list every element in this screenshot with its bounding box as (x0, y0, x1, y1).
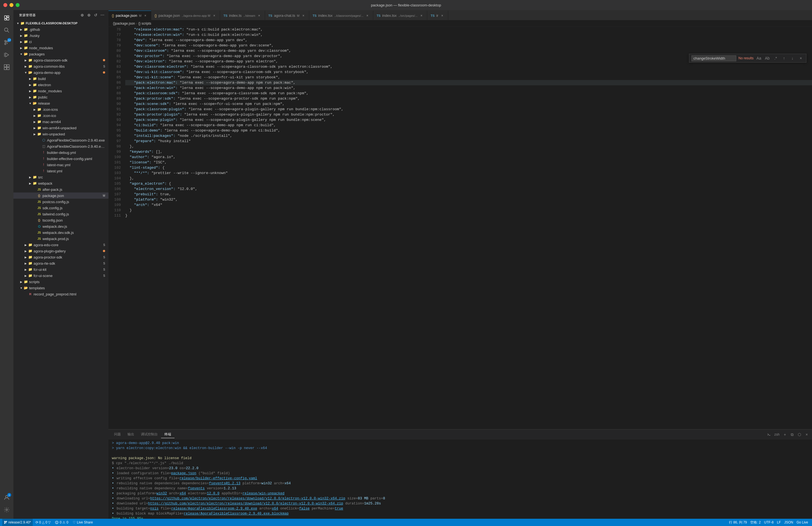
run-activity-icon[interactable] (1, 49, 12, 60)
tab-package-json-agora[interactable]: {} package.json ../agora-demo-app M × (151, 11, 220, 20)
new-file-btn[interactable]: ⊕ (79, 12, 85, 18)
prev-match-btn[interactable]: ↑ (781, 55, 787, 61)
tree-item-webpack-dev-sdk[interactable]: ▶ JS webpack.dev.sdk.js (13, 229, 108, 236)
sync-status[interactable]: ⟳ 0 △ 0 ▽ (34, 519, 53, 526)
tree-item-scripts[interactable]: ▶ 📁 scripts (13, 279, 108, 285)
tree-item-ci[interactable]: ▶ 📁 ci (13, 39, 108, 45)
tree-item-packages[interactable]: ▼ 📂 packages (13, 51, 108, 57)
terminal-tab-output[interactable]: 输出 (124, 431, 137, 438)
more-actions-btn[interactable]: ⋯ (100, 12, 105, 18)
source-control-activity-icon[interactable]: 12 (1, 37, 12, 48)
tree-item-record-page[interactable]: ▶ H record_page_preprod.html (13, 291, 108, 297)
minimize-button[interactable] (10, 3, 13, 7)
tab-index-tsx-src[interactable]: TS index.tsx ../src/pages/... × (373, 11, 427, 20)
encoding-status[interactable]: UTF-8 (763, 521, 775, 524)
line-ending-status[interactable]: LF (775, 521, 783, 524)
tab-close-btn[interactable]: × (143, 13, 148, 18)
code-content[interactable]: "release:electron:mac": "run-s ci:build … (123, 27, 812, 429)
tree-item-package-json[interactable]: ▶ {} package.json M (13, 193, 108, 199)
tree-item-webpack[interactable]: ▶ 📁 webpack (13, 180, 108, 186)
go-live-status[interactable]: Go Live (795, 521, 810, 524)
next-match-btn[interactable]: ↓ (789, 55, 796, 61)
match-case-btn[interactable]: Aa (756, 55, 762, 61)
tree-item-agora-demo-app[interactable]: ▼ 📂 agora-demo-app (13, 69, 108, 75)
tree-item-tailwind[interactable]: ▶ JS tailwind.config.js (13, 211, 108, 217)
tree-item-husky[interactable]: ▶ 📁 .husky (13, 32, 108, 39)
close-terminal-btn[interactable]: × (803, 431, 810, 438)
tree-item-builder-debug[interactable]: ▶ ! builder-debug.yml (13, 150, 108, 156)
tree-item-win-unpacked[interactable]: ▶ 📁 win-unpacked (13, 131, 108, 137)
tree-item-fcr-ui-kit[interactable]: ▶ 📁 fcr-ui-kit S (13, 266, 108, 272)
tree-item-agora-proctor-sdk[interactable]: ▶ 📁 agora-proctor-sdk S (13, 254, 108, 260)
tree-item-icon-icns[interactable]: ▶ 📁 .icon-icns (13, 106, 108, 113)
new-folder-btn[interactable]: ⊕ (86, 12, 92, 18)
tab-close-btn[interactable]: × (440, 13, 445, 18)
tree-item-agora-classroom-sdk[interactable]: ▶ 📁 agora-classroom-sdk (13, 57, 108, 63)
tree-item-src[interactable]: ▶ 📁 src (13, 174, 108, 180)
branch-status[interactable]: release/2.9.40* (2, 519, 33, 526)
tree-item-release[interactable]: ▼ 📂 release (13, 100, 108, 106)
search-activity-icon[interactable] (1, 25, 12, 36)
tree-item-github[interactable]: ▶ 📁 .github (13, 26, 108, 32)
terminal-content[interactable]: > agora-demo-app@2.9.40 pack:win > yarn … (108, 440, 812, 519)
tree-item-builder-effective[interactable]: ▶ ! builder-effective-config.yaml (13, 156, 108, 162)
tree-item-after-pack[interactable]: ▶ JS after-pack.js (13, 186, 108, 193)
split-terminal-btn[interactable]: ⧉ (789, 431, 795, 438)
terminal-tab-problems[interactable]: 问题 (111, 431, 124, 438)
tree-root[interactable]: ▼ 📁 FLEXIBLE-CLASSROOM-DESKTOP (13, 20, 108, 26)
tree-item-agora-plugin-gallery[interactable]: ▶ 📁 agora-plugin-gallery (13, 248, 108, 254)
tree-item-win-arm64-unpacked[interactable]: ▶ 📁 win-arm64-unpacked (13, 125, 108, 131)
spaces-status[interactable]: 空格: 2 (749, 520, 762, 525)
tree-item-latest[interactable]: ▶ ! latest.yml (13, 168, 108, 174)
terminal-tab-terminal[interactable]: 终端 (161, 431, 174, 438)
tree-item-sdk-config[interactable]: ▶ JS sdk.config.js (13, 205, 108, 211)
extensions-activity-icon[interactable] (1, 61, 12, 73)
tree-item-build[interactable]: ▶ 📁 build (13, 75, 108, 82)
account-activity-icon[interactable]: 1 (1, 492, 12, 503)
refresh-btn[interactable]: ↺ (93, 12, 98, 18)
tree-item-electron[interactable]: ▶ 📁 electron (13, 82, 108, 88)
tab-agora-chat-ts[interactable]: TS agora-chat.ts M × (265, 11, 309, 20)
position-status[interactable]: 行 86, 列 79 (727, 520, 749, 525)
tree-item-postcss[interactable]: ▶ JS postcss.config.js (13, 199, 108, 205)
tree-item-fcr-ui-scene[interactable]: ▶ 📁 fcr-ui-scene S (13, 272, 108, 279)
close-find-btn[interactable]: × (798, 55, 804, 61)
tab-index-ts-stream[interactable]: TS index.ts ../stream × (220, 11, 265, 20)
close-button[interactable] (3, 3, 7, 7)
language-status[interactable]: JSON (783, 521, 795, 524)
tab-close-btn[interactable]: × (419, 13, 424, 18)
terminal-tab-debug[interactable]: 调试控制台 (137, 431, 161, 438)
tab-package-json-main[interactable]: {} package.json M × (108, 11, 151, 20)
errors-status[interactable]: 0 ⚠ 0 (54, 519, 70, 526)
tab-ir[interactable]: TS ir × (427, 11, 448, 20)
maximize-terminal-btn[interactable]: ⬡ (796, 431, 802, 438)
explorer-activity-icon[interactable] (1, 12, 12, 24)
add-terminal-btn[interactable]: + (782, 431, 788, 438)
regex-btn[interactable]: .* (772, 55, 779, 61)
tree-item-agora-edu-core[interactable]: ▶ 📁 agora-edu-core S (13, 242, 108, 248)
tree-item-agora-rte-sdk[interactable]: ▶ 📁 agora-rte-sdk S (13, 260, 108, 266)
tree-item-node-modules2[interactable]: ▶ 📁 node_modules (13, 88, 108, 94)
tree-item-public[interactable]: ▶ 📁 public (13, 94, 108, 100)
tab-index-tsx-classroom[interactable]: TS index.tsx ../classroom/pages/... × (309, 11, 373, 20)
tree-item-mac-arm64[interactable]: ▶ 📁 mac-arm64 (13, 119, 108, 125)
settings-activity-icon[interactable] (1, 504, 12, 515)
tree-item-icon-ico[interactable]: ▶ 📁 .icon-ico (13, 113, 108, 119)
code-editor[interactable]: No results Aa Ab .* ↑ ↓ × 76777879808182… (108, 27, 812, 429)
tab-close-btn[interactable]: × (257, 13, 261, 18)
tree-item-node-modules[interactable]: ▶ 📁 node_modules (13, 45, 108, 51)
tab-close-btn[interactable]: × (301, 13, 306, 18)
sidebar-content[interactable]: ▼ 📁 FLEXIBLE-CLASSROOM-DESKTOP ▶ 📁 .gith… (13, 20, 108, 519)
tab-close-btn[interactable]: × (212, 13, 216, 18)
tree-item-webpack-prod[interactable]: ▶ JS webpack.prod.js (13, 236, 108, 242)
maximize-button[interactable] (16, 3, 19, 7)
tree-item-tsconfig[interactable]: ▶ {} tsconfig.json (13, 217, 108, 223)
whole-word-btn[interactable]: Ab (764, 55, 770, 61)
tree-item-agora-exe[interactable]: ▶ ⬡ AgoraFlexibleClassroom-2.9.40.exe (13, 137, 108, 143)
find-input[interactable] (692, 55, 736, 61)
new-terminal-btn[interactable] (766, 431, 772, 438)
tree-item-templates[interactable]: ▼ 📂 templates (13, 285, 108, 291)
tab-close-btn[interactable]: × (365, 13, 369, 18)
tree-item-latest-mac[interactable]: ▶ ! latest-mac.yml (13, 162, 108, 168)
tree-item-agora-common-libs[interactable]: ▶ 📁 agora-common-libs S (13, 63, 108, 69)
